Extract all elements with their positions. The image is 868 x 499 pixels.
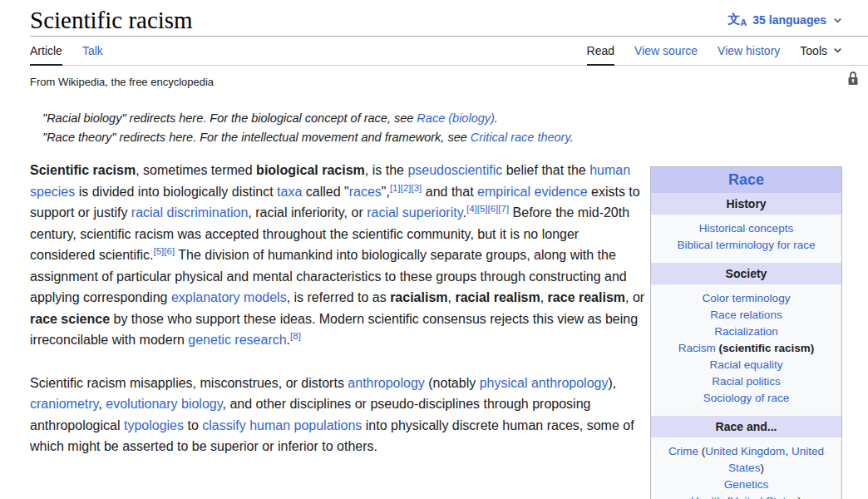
padlock-icon[interactable]	[847, 71, 859, 90]
sidebar-title-link[interactable]: Race	[728, 171, 764, 188]
wiki-link[interactable]: Critical race theory	[471, 131, 570, 144]
wiki-link[interactable]: explanatory models	[171, 290, 287, 304]
article-paragraph: Scientific racism misapplies, misconstru…	[30, 373, 645, 457]
wiki-link[interactable]: United Kingdom	[705, 445, 785, 457]
reference-sup: [5]	[477, 204, 488, 214]
sidebar-section-header: History	[651, 193, 841, 215]
wiki-link[interactable]: evolutionary biology	[106, 397, 222, 411]
article-tabs-bar: Article Talk Read View source View histo…	[30, 37, 868, 66]
reference-sup: [6]	[488, 204, 499, 214]
wiki-link[interactable]: Racial equality	[710, 358, 783, 371]
reference-sup: [1]	[390, 182, 401, 192]
reference-link[interactable]: [7]	[498, 204, 509, 214]
site-tagline: From Wikipedia, the free encyclopedia	[30, 76, 868, 88]
wiki-link[interactable]: United States	[730, 495, 797, 499]
wiki-link[interactable]: Biblical terminology for race	[678, 239, 816, 251]
sidebar-item: Crime (United Kingdom, United States)	[654, 443, 838, 477]
wiki-link[interactable]: Race (biology)	[417, 111, 495, 125]
wiki-link[interactable]: Historical concepts	[699, 222, 793, 235]
wiki-link[interactable]: Racial politics	[712, 375, 781, 388]
sidebar-item: Health (United States)	[654, 493, 838, 499]
languages-label: 35 languages	[752, 13, 826, 27]
tab-talk[interactable]: Talk	[82, 37, 103, 66]
tab-view-history[interactable]: View history	[718, 37, 780, 66]
article-paragraph: Scientific racism, sometimes termed biol…	[30, 160, 645, 351]
hatnote: "Race theory" redirects here. For the in…	[42, 128, 868, 147]
reference-sup: [2]	[401, 182, 412, 192]
article-body: Scientific racism, sometimes termed biol…	[30, 160, 645, 457]
hatnote: "Racial biology" redirects here. For the…	[42, 109, 868, 128]
wiki-link[interactable]: Racialization	[714, 325, 778, 338]
sidebar-title: Race	[651, 167, 841, 193]
bold-text: race science	[30, 312, 110, 326]
wiki-link[interactable]: Genetics	[724, 478, 768, 491]
sidebar-item: Racism (scientific racism)	[654, 340, 838, 357]
wiki-link[interactable]: classify human populations	[202, 418, 362, 432]
bold-text: (scientific racism)	[718, 342, 814, 354]
sidebar-item: Genetics	[654, 477, 838, 493]
reference-sup: [7]	[498, 204, 509, 214]
reference-sup: [8]	[290, 331, 301, 341]
page-title: Scientific racism	[30, 4, 193, 36]
bold-text: racial realism	[455, 290, 540, 304]
wiki-link[interactable]: genetic research	[188, 333, 286, 347]
reference-link[interactable]: [6]	[164, 246, 175, 256]
bold-text: racialism	[390, 290, 447, 304]
wiki-link[interactable]: anthropology	[348, 376, 425, 390]
reference-sup: [3]	[412, 182, 422, 192]
wiki-link[interactable]: Crime	[668, 445, 698, 457]
sidebar-section-items: Historical conceptsBiblical terminology …	[651, 215, 841, 263]
sidebar-item: Color terminology	[654, 290, 838, 307]
wiki-link[interactable]: racial discrimination	[131, 205, 249, 220]
chevron-down-icon	[832, 15, 843, 26]
bold-text: race realism	[548, 290, 625, 304]
wiki-link[interactable]: pseudoscientific	[407, 163, 502, 177]
sidebar-section-items: Crime (United Kingdom, United States)Gen…	[651, 437, 841, 499]
reference-link[interactable]: [5]	[477, 204, 488, 214]
wiki-link[interactable]: Racism	[678, 342, 716, 354]
sidebar-item: Race relations	[654, 307, 838, 324]
sidebar-item: Sociology of race	[654, 390, 838, 407]
sidebar-section-items: Color terminologyRace relationsRacializa…	[651, 284, 841, 416]
sidebar-item: Racial equality	[654, 357, 838, 373]
sidebar-item: Historical concepts	[654, 220, 838, 237]
sidebar-section-header: Race and...	[651, 416, 841, 437]
reference-link[interactable]: [4]	[466, 204, 477, 214]
wiki-link[interactable]: typologies	[124, 418, 184, 432]
tools-label: Tools	[800, 44, 827, 57]
wiki-link[interactable]: Sociology of race	[703, 392, 790, 404]
reference-link[interactable]: [8]	[290, 331, 301, 341]
reference-sup: [5]	[154, 246, 165, 256]
wiki-link[interactable]: empirical evidence	[477, 185, 588, 199]
reference-link[interactable]: [3]	[412, 182, 422, 192]
wiki-link[interactable]: taxa	[277, 185, 302, 199]
tabs-left: Article Talk	[30, 37, 123, 65]
reference-link[interactable]: [6]	[488, 204, 499, 214]
wiki-link[interactable]: races	[349, 185, 382, 199]
reference-sup: [4]	[466, 204, 477, 214]
wiki-link[interactable]: Color terminology	[703, 292, 791, 304]
reference-link[interactable]: [2]	[401, 182, 412, 192]
tools-menu-button[interactable]: Tools	[800, 37, 843, 66]
tab-article[interactable]: Article	[30, 37, 62, 66]
sidebar-item: Racialization	[654, 324, 838, 340]
page-header: Scientific racism 文A 35 languages	[30, 0, 868, 37]
reference-sup: [6]	[164, 246, 175, 256]
wiki-link[interactable]: racial superiority	[367, 205, 462, 220]
tab-read[interactable]: Read	[587, 37, 614, 66]
wiki-link[interactable]: Health	[691, 495, 723, 499]
sidebar-item: Biblical terminology for race	[654, 237, 838, 254]
wiki-link[interactable]: Race relations	[710, 309, 782, 321]
reference-link[interactable]: [5]	[154, 246, 165, 256]
sidebar-item: Racial politics	[654, 373, 838, 390]
race-sidebar: Race HistoryHistorical conceptsBiblical …	[650, 166, 842, 499]
translate-icon: 文A	[727, 12, 747, 27]
languages-button[interactable]: 文A 35 languages	[727, 12, 843, 27]
tabs-right: Read View source View history Tools	[567, 37, 843, 65]
chevron-down-icon	[832, 45, 843, 56]
wiki-link[interactable]: craniometry	[30, 397, 98, 411]
hatnotes: "Racial biology" redirects here. For the…	[42, 109, 868, 147]
reference-link[interactable]: [1]	[390, 182, 401, 192]
tab-view-source[interactable]: View source	[634, 37, 698, 66]
wiki-link[interactable]: physical anthropology	[480, 376, 609, 390]
